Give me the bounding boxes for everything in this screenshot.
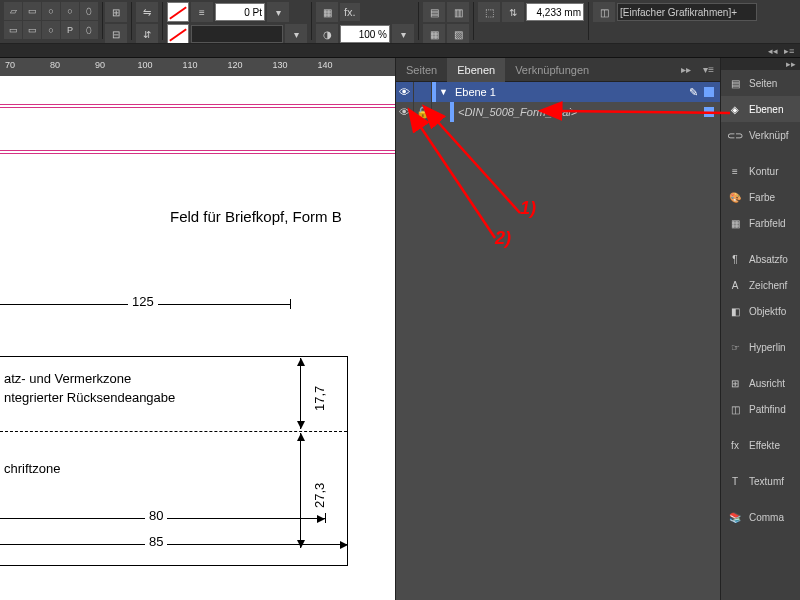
dock-item-label: Textumf xyxy=(749,476,784,487)
dim-80: 80 xyxy=(145,508,167,523)
dock-item-verknüpf[interactable]: ⊂⊃Verknüpf xyxy=(721,122,800,148)
dock-item-label: Ausricht xyxy=(749,378,785,389)
top-toolbar: ▱▭○○⬯ ▭▭○P⬯ ⊞ ⊟ ⇋ ⇵ ≡ ▾ ▾ ▦ fx. ◑ xyxy=(0,0,800,44)
opacity-icon[interactable]: ▦ xyxy=(316,2,338,22)
dock-ausricht-icon: ⊞ xyxy=(727,378,743,389)
dim-85: 85 xyxy=(145,534,167,549)
dock-zeichenf-icon: A xyxy=(727,280,743,291)
dock-item-objektfo[interactable]: ◧Objektfo xyxy=(721,298,800,324)
dock-absatzfo-icon: ¶ xyxy=(727,254,743,265)
panel-collapse-icon[interactable]: ▸▸ xyxy=(675,64,697,75)
edit-pen-icon[interactable]: ✎ xyxy=(689,86,698,99)
visibility-toggle-icon[interactable]: 👁 xyxy=(396,102,414,122)
dock-item-kontur[interactable]: ≡Kontur xyxy=(721,158,800,184)
dock-collapse-icon[interactable]: ◂◂ xyxy=(768,46,778,56)
zoom-drop-icon[interactable]: ▾ xyxy=(392,24,414,44)
crop-step-icon[interactable]: ⇅ xyxy=(502,2,524,22)
dim-125: 125 xyxy=(128,294,158,309)
wrap2-icon[interactable]: ▥ xyxy=(447,2,469,22)
stroke-style-input[interactable] xyxy=(191,25,283,43)
dock-ebenen-icon: ◈ xyxy=(727,104,743,115)
tab-seiten[interactable]: Seiten xyxy=(396,58,447,82)
zone1-l2: ntegrierter Rücksendeangabe xyxy=(4,390,175,405)
layer-color-swatch[interactable] xyxy=(704,87,714,97)
dock-item-label: Comma xyxy=(749,512,784,523)
crop-input[interactable] xyxy=(526,3,584,21)
fx-button[interactable]: fx. xyxy=(340,3,360,21)
document-canvas[interactable]: 70 80 90 100 110 120 130 140 Feld für Br… xyxy=(0,58,395,600)
layer-row-placed[interactable]: 👁 🔒 <DIN_5008_Form_B.ai> xyxy=(396,102,720,122)
wrap3-icon[interactable]: ▦ xyxy=(423,24,445,44)
dock-item-pathfind[interactable]: ◫Pathfind xyxy=(721,396,800,422)
zoom-input[interactable] xyxy=(340,25,390,43)
dock-kontur-icon: ≡ xyxy=(727,166,743,177)
dock-objektfo-icon: ◧ xyxy=(727,306,743,317)
dock-item-label: Farbfeld xyxy=(749,218,786,229)
annotation-2: 2) xyxy=(495,228,511,249)
dock-item-textumf[interactable]: TTextumf xyxy=(721,468,800,494)
stroke-weight-input[interactable] xyxy=(215,3,265,21)
disclosure-icon[interactable]: ▼ xyxy=(436,87,451,97)
panel-menu-icon[interactable]: ▾≡ xyxy=(697,64,720,75)
layer-color-swatch[interactable] xyxy=(704,107,714,117)
zone2: chriftzone xyxy=(4,461,60,476)
stroke-weight-icon: ≡ xyxy=(191,2,213,22)
dock-item-ebenen[interactable]: ◈Ebenen xyxy=(721,96,800,122)
dock-effekte-icon: fx xyxy=(727,440,743,451)
dock-item-seiten[interactable]: ▤Seiten xyxy=(721,70,800,96)
dock-item-effekte[interactable]: fxEffekte xyxy=(721,432,800,458)
stroke-style-drop-icon[interactable]: ▾ xyxy=(285,24,307,44)
layer-row-ebene1[interactable]: 👁 ▼ Ebene 1 ✎ xyxy=(396,82,720,102)
dock-menu-icon[interactable]: ▸≡ xyxy=(784,46,794,56)
dock-item-label: Hyperlin xyxy=(749,342,786,353)
dock-item-hyperlin[interactable]: ☞Hyperlin xyxy=(721,334,800,360)
layer-name[interactable]: Ebene 1 xyxy=(451,86,689,98)
placed-file-name[interactable]: <DIN_5008_Form_B.ai> xyxy=(454,106,704,118)
page: Feld für Briefkopf, Form B 125 atz- und … xyxy=(0,76,395,600)
align-icon[interactable]: ⊞ xyxy=(105,2,127,22)
dock-item-ausricht[interactable]: ⊞Ausricht xyxy=(721,370,800,396)
horizontal-ruler: 70 80 90 100 110 120 130 140 xyxy=(0,58,395,76)
wrap-icon[interactable]: ▤ xyxy=(423,2,445,22)
stepper-icon[interactable]: ▾ xyxy=(267,2,289,22)
panel-tabs: Seiten Ebenen Verknüpfungen ▸▸ ▾≡ xyxy=(396,58,720,82)
flip-h-icon[interactable]: ⇋ xyxy=(136,2,158,22)
dock-item-zeichenf[interactable]: AZeichenf xyxy=(721,272,800,298)
dim-27-3: 27,3 xyxy=(312,483,327,508)
dock-item-label: Farbe xyxy=(749,192,775,203)
fill-swatch[interactable] xyxy=(167,2,189,22)
doc-heading: Feld für Briefkopf, Form B xyxy=(170,208,342,225)
dim-17-7: 17,7 xyxy=(312,386,327,411)
lock-toggle-icon[interactable] xyxy=(414,82,432,102)
align2-icon[interactable]: ⊟ xyxy=(105,24,127,44)
stroke-swatch[interactable] xyxy=(167,24,189,44)
dock-comma-icon: 📚 xyxy=(727,512,743,523)
visibility-toggle-icon[interactable]: 👁 xyxy=(396,82,414,102)
dock-expand-icon[interactable]: ▸▸ xyxy=(786,59,796,69)
view-icon[interactable]: ◑ xyxy=(316,24,338,44)
options-bar: ◂◂ ▸≡ xyxy=(0,44,800,58)
flip-v-icon[interactable]: ⇵ xyxy=(136,24,158,44)
tab-ebenen[interactable]: Ebenen xyxy=(447,58,505,82)
dock-item-label: Seiten xyxy=(749,78,777,89)
dock-farbfeld-icon: ▦ xyxy=(727,218,743,229)
lock-toggle-icon[interactable]: 🔒 xyxy=(414,102,432,122)
reference-point-grid[interactable]: ▱▭○○⬯ ▭▭○P⬯ xyxy=(4,2,103,39)
wrap4-icon[interactable]: ▧ xyxy=(447,24,469,44)
right-dock: ▸▸ ▤Seiten◈Ebenen⊂⊃Verknüpf≡Kontur🎨Farbe… xyxy=(720,58,800,600)
dock-item-farbfeld[interactable]: ▦Farbfeld xyxy=(721,210,800,236)
dock-verknüpf-icon: ⊂⊃ xyxy=(727,130,743,141)
crop-icon[interactable]: ⬚ xyxy=(478,2,500,22)
dock-item-label: Pathfind xyxy=(749,404,786,415)
dock-item-comma[interactable]: 📚Comma xyxy=(721,504,800,530)
annotation-1: 1) xyxy=(520,198,536,219)
tab-verknuepf[interactable]: Verknüpfungen xyxy=(505,58,599,82)
object-style-select[interactable] xyxy=(617,3,757,21)
dock-item-absatzfo[interactable]: ¶Absatzfo xyxy=(721,246,800,272)
dock-item-farbe[interactable]: 🎨Farbe xyxy=(721,184,800,210)
dim-17-7-arrow xyxy=(300,358,301,429)
style-icon[interactable]: ◫ xyxy=(593,2,615,22)
dock-seiten-icon: ▤ xyxy=(727,78,743,89)
zone1-l1: atz- und Vermerkzone xyxy=(4,371,131,386)
dock-textumf-icon: T xyxy=(727,476,743,487)
